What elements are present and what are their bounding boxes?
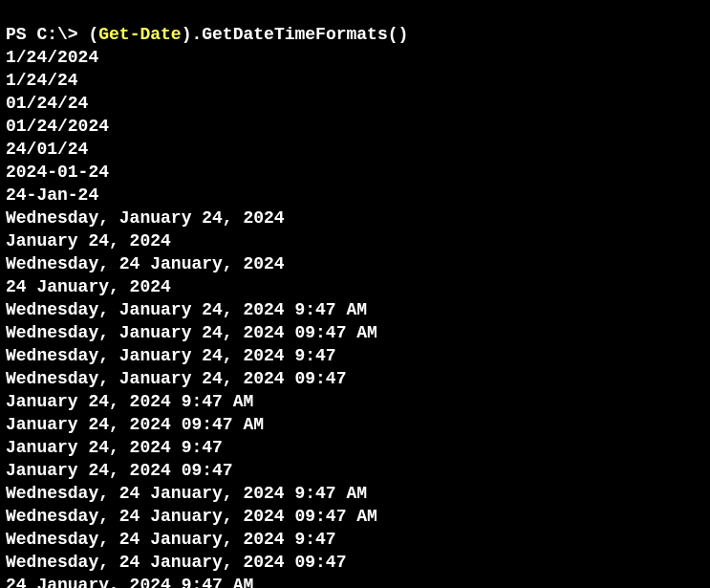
output-line: Wednesday, 24 January, 2024 [6, 252, 704, 275]
terminal-output[interactable]: PS C:\> (Get-Date).GetDateTimeFormats()1… [6, 0, 704, 588]
cmdlet-name: Get-Date [98, 25, 181, 44]
output-line: Wednesday, January 24, 2024 [6, 207, 704, 229]
prompt-prefix: PS C:\> [6, 25, 88, 44]
output-line: Wednesday, January 24, 2024 09:47 AM [6, 321, 704, 344]
output-line: January 24, 2024 09:47 [6, 459, 704, 482]
output-line: January 24, 2024 09:47 AM [6, 413, 704, 436]
open-paren: ( [88, 25, 98, 44]
output-line: Wednesday, 24 January, 2024 09:47 [6, 551, 704, 574]
output-line: January 24, 2024 9:47 AM [6, 390, 704, 413]
output-line: 01/24/24 [6, 92, 704, 115]
output-line: 2024-01-24 [6, 161, 704, 184]
output-line: 01/24/2024 [6, 115, 704, 138]
close-paren: ) [182, 25, 192, 44]
output-line: 1/24/2024 [6, 46, 704, 69]
command-line: PS C:\> (Get-Date).GetDateTimeFormats() [6, 23, 704, 46]
output-line: January 24, 2024 9:47 [6, 436, 704, 459]
output-line: 24/01/24 [6, 138, 704, 161]
output-line: 24 January, 2024 9:47 AM [6, 574, 704, 588]
output-line: Wednesday, 24 January, 2024 09:47 AM [6, 505, 704, 528]
output-line: 1/24/24 [6, 69, 704, 92]
output-line: Wednesday, 24 January, 2024 9:47 [6, 528, 704, 551]
output-line: 24 January, 2024 [6, 275, 704, 298]
output-line: Wednesday, January 24, 2024 9:47 [6, 344, 704, 367]
output-line: Wednesday, January 24, 2024 9:47 AM [6, 298, 704, 321]
output-line: Wednesday, January 24, 2024 09:47 [6, 367, 704, 390]
method-call: .GetDateTimeFormats() [191, 25, 408, 44]
output-line: 24-Jan-24 [6, 184, 704, 207]
output-line: January 24, 2024 [6, 229, 704, 252]
output-line: Wednesday, 24 January, 2024 9:47 AM [6, 482, 704, 505]
